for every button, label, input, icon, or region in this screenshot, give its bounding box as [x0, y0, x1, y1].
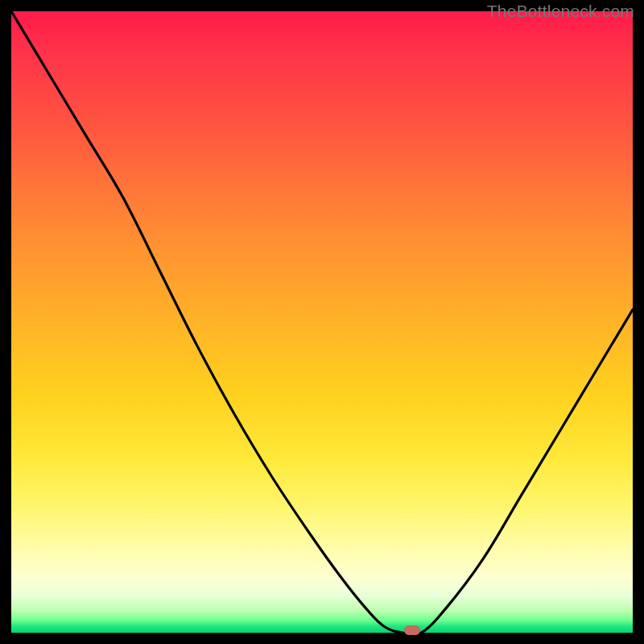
watermark-text: TheBottleneck.com: [487, 2, 634, 21]
chart-frame: TheBottleneck.com: [0, 0, 644, 644]
bottleneck-curve: [11, 11, 633, 633]
plot-area: [11, 11, 633, 633]
minimum-marker: [404, 625, 420, 635]
